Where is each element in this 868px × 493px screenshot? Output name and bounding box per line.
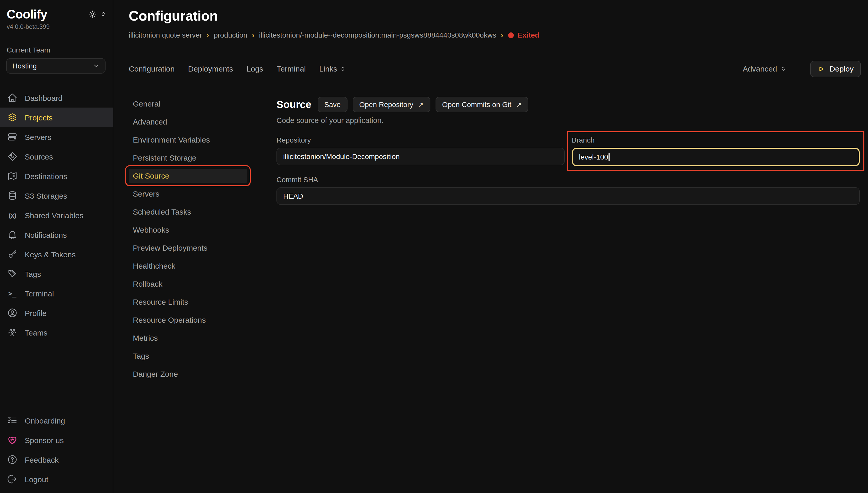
sidebar-item-sources[interactable]: Sources xyxy=(0,147,113,166)
sidebar-item-destinations[interactable]: Destinations xyxy=(0,166,113,186)
branch-label: Branch xyxy=(572,136,860,144)
chevron-down-icon xyxy=(93,62,100,69)
repository-label: Repository xyxy=(276,136,565,144)
team-select-value: Hosting xyxy=(12,62,37,70)
status-label: Exited xyxy=(518,31,539,39)
sidebar-item-projects[interactable]: Projects xyxy=(0,108,113,127)
sidebar-item-label: Servers xyxy=(25,132,51,141)
breadcrumb-separator: › xyxy=(207,31,209,39)
submenu-item-preview-deployments[interactable]: Preview Deployments xyxy=(129,241,247,255)
team-select[interactable]: Hosting xyxy=(6,58,106,73)
open-repository-button[interactable]: Open Repository ↗ xyxy=(353,97,430,112)
theme-selector-icon[interactable] xyxy=(100,11,107,18)
sidebar-item-teams[interactable]: Teams xyxy=(0,323,113,342)
sidebar-item-label: Keys & Tokens xyxy=(25,250,76,259)
submenu-item-resource-limits[interactable]: Resource Limits xyxy=(129,295,247,309)
sidebar-item-s3-storages[interactable]: S3 Storages xyxy=(0,186,113,205)
sidebar-item-tags[interactable]: Tags xyxy=(0,264,113,283)
sidebar-item-label: Terminal xyxy=(25,289,54,298)
save-button[interactable]: Save xyxy=(318,97,347,112)
repository-field-group: Repository xyxy=(276,136,565,166)
submenu-item-tags[interactable]: Tags xyxy=(129,349,247,363)
sidebar-item-label: S3 Storages xyxy=(25,191,67,200)
content: General Advanced Environment Variables P… xyxy=(113,83,868,493)
open-commits-button[interactable]: Open Commits on Git ↗ xyxy=(435,97,528,112)
sidebar-item-keys-tokens[interactable]: Keys & Tokens xyxy=(0,244,113,264)
map-icon xyxy=(7,171,18,181)
submenu-item-git-source[interactable]: Git Source xyxy=(129,169,247,183)
tab-links[interactable]: Links xyxy=(319,64,346,73)
app-window: Coolify v4.0.0-beta.399 Current Team Hos… xyxy=(0,0,868,493)
terminal-icon: >_ xyxy=(7,288,18,299)
breadcrumb: illicitonion quote server › production ›… xyxy=(129,31,860,39)
tab-logs[interactable]: Logs xyxy=(247,64,263,73)
page-header: Configuration illicitonion quote server … xyxy=(113,0,868,39)
submenu-item-advanced[interactable]: Advanced xyxy=(129,115,247,129)
bell-icon xyxy=(7,230,18,240)
breadcrumb-application[interactable]: illicitestonion/-module--decomposition:m… xyxy=(259,31,496,39)
submenu-item-persistent-storage[interactable]: Persistent Storage xyxy=(129,151,247,165)
sun-icon[interactable] xyxy=(88,10,97,19)
sidebar-item-sponsor[interactable]: Sponsor us xyxy=(0,430,113,450)
sidebar-item-terminal[interactable]: >_ Terminal xyxy=(0,283,113,303)
submenu-item-webhooks[interactable]: Webhooks xyxy=(129,223,247,237)
user-icon xyxy=(7,308,18,318)
users-icon xyxy=(7,327,18,338)
selector-icon xyxy=(340,66,346,72)
breadcrumb-project[interactable]: illicitonion quote server xyxy=(129,31,202,39)
sidebar-item-label: Dashboard xyxy=(25,93,63,102)
source-description: Code source of your application. xyxy=(276,116,860,125)
repository-input[interactable] xyxy=(276,148,565,165)
sidebar-nav: Dashboard Projects Servers Sources Desti… xyxy=(0,88,113,342)
app-logo[interactable]: Coolify xyxy=(7,7,50,22)
submenu-item-servers[interactable]: Servers xyxy=(129,187,247,201)
theme-controls xyxy=(88,10,107,19)
play-icon xyxy=(818,65,825,72)
breadcrumb-environment[interactable]: production xyxy=(214,31,247,39)
submenu-item-general[interactable]: General xyxy=(129,97,247,111)
parentheses-x-icon: (x) xyxy=(7,210,18,220)
advanced-label: Advanced xyxy=(743,64,777,73)
status-badge: Exited xyxy=(508,31,539,39)
sidebar-item-notifications[interactable]: Notifications xyxy=(0,225,113,244)
layers-icon xyxy=(7,112,18,123)
submenu-item-environment-variables[interactable]: Environment Variables xyxy=(129,133,247,147)
config-submenu: General Advanced Environment Variables P… xyxy=(129,97,247,493)
heart-icon xyxy=(7,435,18,445)
commit-sha-input[interactable] xyxy=(276,187,860,205)
current-team-label: Current Team xyxy=(7,46,107,54)
advanced-dropdown[interactable]: Advanced xyxy=(743,64,787,73)
app-version: v4.0.0-beta.399 xyxy=(7,23,50,30)
submenu-item-danger-zone[interactable]: Danger Zone xyxy=(129,367,247,381)
tab-links-label: Links xyxy=(319,64,337,73)
submenu-item-rollback[interactable]: Rollback xyxy=(129,277,247,291)
sidebar-item-servers[interactable]: Servers xyxy=(0,127,113,147)
tab-terminal[interactable]: Terminal xyxy=(277,64,306,73)
sidebar-item-feedback[interactable]: Feedback xyxy=(0,450,113,469)
open-commits-label: Open Commits on Git xyxy=(442,100,511,109)
sidebar-item-shared-variables[interactable]: (x) Shared Variables xyxy=(0,205,113,225)
sidebar-item-logout[interactable]: Logout xyxy=(0,469,113,489)
tab-configuration[interactable]: Configuration xyxy=(129,64,174,73)
deploy-label: Deploy xyxy=(830,64,853,73)
submenu-item-healthcheck[interactable]: Healthcheck xyxy=(129,259,247,273)
sidebar: Coolify v4.0.0-beta.399 Current Team Hos… xyxy=(0,0,113,493)
breadcrumb-separator: › xyxy=(252,31,254,39)
submenu-item-scheduled-tasks[interactable]: Scheduled Tasks xyxy=(129,205,247,219)
sidebar-item-label: Profile xyxy=(25,308,47,317)
tab-deployments[interactable]: Deployments xyxy=(188,64,233,73)
submenu-item-resource-operations[interactable]: Resource Operations xyxy=(129,313,247,327)
logo-block: Coolify v4.0.0-beta.399 xyxy=(7,7,50,30)
sidebar-item-onboarding[interactable]: Onboarding xyxy=(0,411,113,430)
sidebar-item-profile[interactable]: Profile xyxy=(0,303,113,323)
commit-sha-label: Commit SHA xyxy=(276,175,860,184)
deploy-button[interactable]: Deploy xyxy=(811,61,861,77)
sidebar-item-label: Destinations xyxy=(25,172,67,180)
key-icon xyxy=(7,249,18,259)
submenu-item-metrics[interactable]: Metrics xyxy=(129,331,247,345)
sidebar-item-label: Projects xyxy=(25,113,52,122)
sidebar-item-label: Shared Variables xyxy=(25,211,83,219)
branch-input[interactable]: level-100 xyxy=(572,148,860,166)
sidebar-item-dashboard[interactable]: Dashboard xyxy=(0,88,113,108)
sidebar-item-label: Notifications xyxy=(25,230,67,239)
